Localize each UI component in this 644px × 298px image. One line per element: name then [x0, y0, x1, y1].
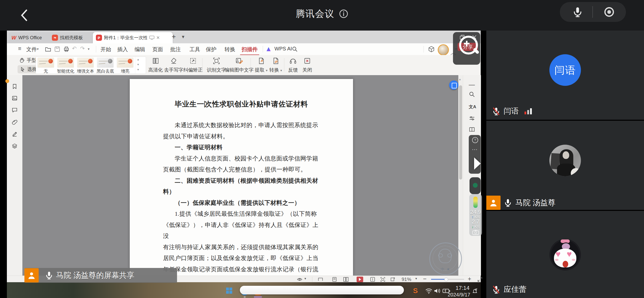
gallery-up-icon[interactable]: ▴ — [135, 57, 141, 62]
taskbar-clock[interactable]: 17:14 2024/9/17 — [448, 285, 470, 298]
menu-scan-active[interactable]: 扫描件 — [240, 45, 259, 56]
gallery-down-icon[interactable]: ▾ — [135, 62, 141, 67]
preset-smart-optimize[interactable]: 智能优化 — [56, 58, 75, 73]
cast-screen-icon[interactable] — [149, 35, 154, 40]
fullscreen-icon[interactable] — [477, 277, 482, 282]
open-folder-icon[interactable] — [45, 46, 51, 52]
view-mode-columns-icon[interactable] — [318, 277, 323, 282]
presentation-play-button[interactable] — [357, 277, 363, 282]
menu-tools[interactable]: 工具 — [188, 45, 202, 53]
wps-ai-label[interactable]: WPS AI — [273, 45, 294, 52]
hand-tool[interactable]: 手型 — [19, 57, 36, 64]
menu-comment[interactable]: 批注 — [169, 45, 182, 53]
preset-bw-clean[interactable]: 黑白去底 — [96, 58, 115, 73]
tab-docer[interactable]: ❧ 找稻壳模板 — [49, 32, 96, 43]
menu-insert[interactable]: 插入 — [116, 45, 129, 53]
edit-image-text-button[interactable]: 编辑图中文字 — [225, 57, 254, 73]
layers-icon[interactable] — [12, 143, 18, 149]
zoom-slider[interactable] — [431, 279, 464, 280]
hamburger-icon[interactable]: ≡ — [18, 45, 21, 52]
tab-wps-office[interactable]: W WPS Office — [8, 32, 53, 43]
participant-tile-yanyu[interactable]: 闫语 闫语 — [486, 31, 644, 120]
save-icon[interactable] — [54, 46, 60, 52]
record-icon[interactable] — [604, 6, 615, 18]
tab-document-active[interactable]: P 附件1：毕业生一次性求职创业 × — [93, 32, 173, 43]
doc-float-badge[interactable] — [449, 80, 458, 90]
menu-edit[interactable]: 编辑 — [133, 45, 147, 53]
zoom-slider-knob[interactable] — [444, 278, 448, 281]
document-page[interactable]: 毕业生一次性求职创业补贴申请佐证材料 未通过系统大数据校验比对的，申请人需按照系… — [130, 79, 353, 276]
notification-bell-icon[interactable] — [472, 288, 478, 294]
extract-button[interactable]: 提取 ▾ — [255, 57, 268, 73]
collapse-sidebar-arrow[interactable] — [474, 157, 481, 170]
print-icon[interactable] — [63, 46, 69, 52]
comment-icon[interactable] — [12, 107, 18, 113]
signature-pen-icon[interactable] — [12, 131, 18, 137]
tab-list-chevron-icon[interactable]: ▾ — [182, 34, 184, 40]
remove-handwriting-button[interactable]: 去手写字 — [164, 57, 183, 73]
convert-button[interactable]: 转换 ▾ — [269, 57, 282, 73]
attachment-icon[interactable] — [12, 119, 18, 125]
fit-page-icon[interactable] — [370, 277, 375, 282]
scrollbar-thumb[interactable] — [459, 85, 462, 180]
tray-s-app-icon[interactable]: S — [413, 287, 418, 295]
redo-icon[interactable]: ↷ — [80, 45, 85, 52]
new-tab-icon[interactable]: + — [172, 33, 176, 41]
hd-enhance-button[interactable]: 高清化 — [148, 57, 163, 73]
zoom-level[interactable]: 91% — [402, 277, 411, 282]
tab-close-icon[interactable]: × — [156, 34, 160, 41]
convert-chevron-icon: ▾ — [280, 69, 282, 72]
menu-protect[interactable]: 保护 — [204, 45, 218, 53]
microphone-icon[interactable] — [572, 6, 583, 18]
undo-list-chevron-icon[interactable]: ▾ — [88, 47, 90, 51]
cube-icon[interactable] — [428, 46, 435, 52]
magnifier-zoom-icon[interactable] — [459, 36, 478, 55]
reader-search-icon[interactable] — [469, 126, 475, 133]
user-avatar[interactable] — [438, 44, 449, 56]
preset-brighten[interactable]: 增亮 — [116, 58, 135, 73]
rotate-page-icon[interactable] — [390, 277, 395, 282]
scroll-up-icon[interactable]: ▴ — [459, 77, 461, 81]
translate-icon[interactable]: 文A — [469, 104, 476, 110]
screenshot-camera-icon[interactable] — [472, 230, 479, 235]
file-chevron-icon[interactable]: ▾ — [37, 47, 39, 51]
meeting-title: 腾讯会议 — [296, 8, 334, 19]
help-icon[interactable]: ? — [472, 137, 478, 143]
menu-start[interactable]: 开始 — [99, 45, 113, 53]
info-icon[interactable] — [339, 9, 348, 18]
zoom-out-icon[interactable]: − — [423, 275, 427, 282]
file-menu[interactable]: 文件 — [25, 45, 38, 53]
wifi-icon[interactable] — [425, 288, 432, 294]
view-mode-two-pages-icon[interactable] — [343, 277, 349, 282]
ocr-button[interactable]: 识别文字 — [207, 57, 226, 73]
collapse-panel-icon[interactable]: — — [469, 81, 475, 88]
zoom-chevron-icon[interactable]: ▾ — [415, 277, 417, 280]
bookmark-icon[interactable] — [12, 84, 18, 89]
zoom-in-icon[interactable]: + — [468, 275, 471, 282]
fit-width-icon[interactable] — [380, 277, 385, 282]
close-scan-button[interactable]: 关闭 — [302, 57, 312, 73]
eye-chevron-icon[interactable]: ▾ — [304, 277, 306, 280]
preset-none[interactable]: 无 — [36, 58, 55, 73]
network-monitor-widget[interactable]: 24.9 ↑ K/s 2.7 ↓ K/s — [469, 194, 482, 236]
undo-icon[interactable]: ↶ — [72, 45, 77, 52]
participant-tile-yingjialei[interactable]: ♥ ♥ 应佳蕾 — [486, 211, 644, 298]
participant-tile-tangyizun[interactable]: 马院 汤益尊 — [486, 121, 644, 210]
reading-eye-icon[interactable] — [297, 277, 302, 282]
menu-convert[interactable]: 转换 — [223, 45, 237, 53]
menu-page[interactable]: 页面 — [151, 45, 165, 53]
deskew-button[interactable]: 纠偏矫正 — [183, 57, 203, 73]
preset-enhance-text[interactable]: 增强文本 — [76, 58, 95, 73]
windows-start-icon[interactable] — [226, 287, 232, 294]
more-options-icon[interactable]: ⋯ — [472, 146, 478, 153]
search-icon[interactable] — [292, 46, 298, 52]
image-panel-icon[interactable] — [12, 95, 18, 101]
horizontal-scrollbar-pill[interactable] — [240, 286, 404, 294]
doc-body: 未通过系统大数据校验比对的，申请人需按照系统提示 提供以下申请佐证材料。 一、学… — [163, 120, 324, 276]
view-mode-page-icon[interactable] — [332, 277, 337, 282]
feedback-button[interactable]: 反馈 — [288, 57, 298, 73]
settings-sliders-icon[interactable] — [469, 115, 475, 121]
speaker-icon[interactable] — [434, 288, 441, 294]
find-icon[interactable] — [469, 91, 475, 98]
gallery-expand-icon[interactable]: ▾ — [135, 67, 141, 72]
